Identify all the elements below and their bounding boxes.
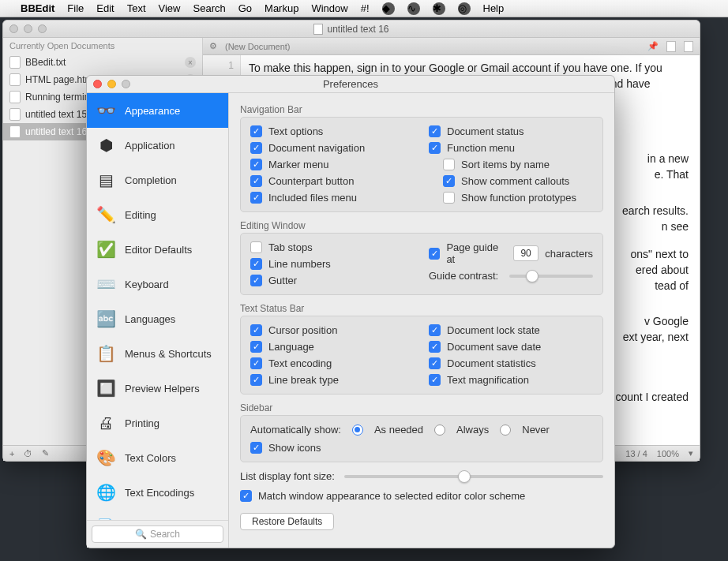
nav-document-popup[interactable]: (New Document)	[225, 42, 291, 51]
prefs-category-application[interactable]: ⬢ Application	[87, 128, 228, 163]
text-options-label: Text options	[268, 125, 323, 137]
cursor-position-checkbox[interactable]	[250, 324, 262, 336]
window-title: untitled text 16	[327, 24, 388, 35]
section-sidebar: Sidebar	[240, 402, 603, 413]
document-status-icon[interactable]	[666, 41, 676, 52]
menubar-extra-icon[interactable]: ✱	[433, 2, 445, 15]
match-scheme-label: Match window appearance to selected edit…	[258, 490, 525, 502]
section-editing-window: Editing Window	[240, 220, 603, 231]
match-scheme-checkbox[interactable]	[240, 490, 252, 502]
sort-items-by-name-checkbox[interactable]	[443, 159, 455, 170]
gear-icon[interactable]: ⚙	[209, 41, 217, 51]
sidebar-show-radio-asneeded[interactable]	[352, 424, 363, 436]
document-navigation-checkbox[interactable]	[250, 142, 262, 154]
marker-menu-checkbox[interactable]	[250, 159, 262, 170]
document-status-icon[interactable]	[684, 41, 693, 52]
recent-icon[interactable]: ⏱	[24, 449, 32, 458]
guide-contrast-slider[interactable]	[509, 275, 593, 278]
text-options-checkbox[interactable]	[250, 125, 262, 137]
show-icons-label: Show icons	[268, 442, 321, 454]
window-close-icon[interactable]	[9, 24, 18, 33]
add-icon[interactable]: +	[9, 449, 14, 458]
menu-edit[interactable]: Edit	[96, 2, 114, 14]
sort-items-by-name-label: Sort items by name	[461, 159, 550, 170]
document-icon	[313, 24, 323, 35]
window-zoom-icon[interactable]	[38, 24, 47, 33]
category-label: Keyboard	[125, 279, 169, 290]
document-save-date-label: Document save date	[447, 341, 541, 353]
menu-shebang[interactable]: #!	[361, 2, 370, 14]
function-menu-checkbox[interactable]	[429, 142, 441, 154]
restore-defaults-button[interactable]: Restore Defaults	[240, 513, 334, 530]
pin-icon[interactable]: 📌	[647, 41, 659, 51]
show-function-prototypes-checkbox[interactable]	[443, 192, 455, 204]
line-break-type-checkbox[interactable]	[250, 374, 262, 386]
prefs-category-printing[interactable]: 🖨 Printing	[87, 406, 228, 440]
menu-markup[interactable]: Markup	[265, 2, 298, 14]
app-menu[interactable]: BBEdit	[21, 2, 54, 14]
prefs-category-preview-helpers[interactable]: 🔲 Preview Helpers	[87, 371, 228, 406]
text-encoding-checkbox[interactable]	[250, 357, 262, 369]
gutter-checkbox[interactable]	[250, 275, 262, 286]
text-magnification-checkbox[interactable]	[429, 374, 441, 386]
document-save-date-checkbox[interactable]	[429, 341, 441, 353]
included-files-menu-checkbox[interactable]	[250, 192, 262, 204]
page-guide-suffix: characters	[545, 248, 593, 260]
prefs-titlebar[interactable]: Preferences	[87, 76, 614, 93]
prefs-search-input[interactable]: 🔍 Search	[92, 525, 223, 543]
category-icon: ✅	[95, 238, 117, 260]
window-minimize-icon[interactable]	[24, 24, 32, 33]
page-guide-checkbox[interactable]	[429, 248, 440, 260]
tab-stops-label: Tab stops	[268, 241, 313, 253]
close-icon[interactable]: ×	[185, 57, 196, 68]
category-icon: ✏️	[95, 204, 117, 226]
prefs-category-menus-shortcuts[interactable]: 📋 Menus & Shortcuts	[87, 336, 228, 371]
editor-navbar[interactable]: ⚙ (New Document) 📌	[203, 38, 700, 55]
document-status-checkbox[interactable]	[429, 125, 441, 137]
line-numbers-checkbox[interactable]	[250, 258, 262, 270]
document-lock-state-checkbox[interactable]	[429, 324, 441, 336]
chevron-down-icon[interactable]: ▾	[689, 448, 693, 458]
menu-search[interactable]: Search	[193, 2, 226, 14]
category-icon: 📋	[95, 342, 117, 365]
prefs-category-completion[interactable]: ▤ Completion	[87, 163, 228, 197]
menu-view[interactable]: View	[159, 2, 181, 14]
text-magnification-label: Text magnification	[447, 374, 529, 386]
menubar-extra-icon[interactable]: ◆	[382, 2, 395, 15]
menubar-extra-icon[interactable]: ◎	[458, 2, 471, 15]
window-titlebar[interactable]: untitled text 16	[3, 21, 700, 38]
document-statistics-label: Document statistics	[447, 357, 536, 369]
sidebar-document-item[interactable]: BBedit.txt ×	[3, 54, 202, 71]
prefs-category-text-colors[interactable]: 🎨 Text Colors	[87, 440, 228, 475]
page-guide-value-field[interactable]: 90	[513, 245, 538, 261]
menu-text[interactable]: Text	[127, 2, 146, 14]
sidebar-show-radio-always[interactable]	[434, 424, 445, 436]
document-statistics-checkbox[interactable]	[429, 357, 441, 369]
show-icons-checkbox[interactable]	[250, 442, 262, 454]
language-checkbox[interactable]	[250, 341, 262, 353]
prefs-category-languages[interactable]: 🔤 Languages	[87, 301, 228, 336]
show-comment-callouts-checkbox[interactable]	[443, 175, 455, 187]
list-font-slider[interactable]	[344, 475, 603, 478]
prefs-category-editing[interactable]: ✏️ Editing	[87, 197, 228, 232]
sidebar-show-radio-never[interactable]	[500, 424, 511, 436]
pencil-icon[interactable]: ✎	[42, 448, 49, 458]
prefs-category-editor-defaults[interactable]: ✅ Editor Defaults	[87, 232, 228, 267]
menu-window[interactable]: Window	[311, 2, 347, 14]
menu-go[interactable]: Go	[238, 2, 252, 14]
menu-help[interactable]: Help	[483, 2, 505, 14]
prefs-category-appearance[interactable]: 👓 Appearance	[87, 93, 228, 128]
tab-stops-checkbox[interactable]	[250, 241, 262, 253]
prefs-category-text-encodings[interactable]: 🌐 Text Encodings	[87, 475, 228, 510]
menubar-extra-icon[interactable]: ∿	[407, 2, 420, 15]
window-zoom-icon[interactable]	[122, 80, 130, 88]
window-minimize-icon[interactable]	[107, 80, 116, 88]
prefs-category-text-files[interactable]: 📄 Text Files	[87, 510, 228, 520]
menu-file[interactable]: File	[67, 2, 84, 14]
window-close-icon[interactable]	[93, 80, 102, 88]
status-zoom[interactable]: 100%	[657, 449, 679, 458]
prefs-category-keyboard[interactable]: ⌨️ Keyboard	[87, 267, 228, 301]
counterpart-button-checkbox[interactable]	[250, 175, 262, 187]
menubar: BBEdit File Edit Text View Search Go Mar…	[0, 0, 728, 17]
category-label: Text Colors	[125, 452, 176, 464]
